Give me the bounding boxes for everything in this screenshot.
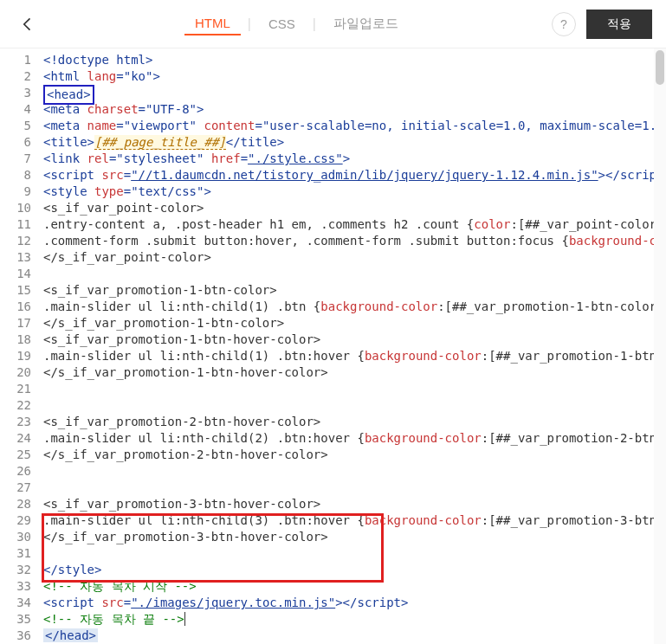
line-number: 26 — [0, 463, 31, 480]
code-line[interactable]: <s_if_var_point-color> — [42, 200, 666, 216]
code-line[interactable]: </s_if_var_promotion-1-btn-hover-color> — [42, 364, 666, 381]
token: <!-- 자동 목차 끝 --> — [43, 612, 184, 626]
code-line[interactable]: </s_if_var_point-color> — [42, 249, 666, 266]
code-line[interactable] — [42, 397, 666, 414]
token: :[##_var_promotion-3-btn-hover-c — [482, 513, 666, 527]
code-editor[interactable]: 1234567891011121314151617181920212223242… — [0, 48, 666, 644]
line-number: 36 — [0, 628, 31, 644]
token: src — [101, 596, 123, 609]
code-line[interactable]: </s_if_var_promotion-1-btn-color> — [42, 315, 666, 332]
line-number: 28 — [0, 496, 31, 512]
code-line[interactable]: <head> — [42, 85, 666, 101]
token: ></script> — [335, 596, 408, 609]
code-line[interactable]: .comment-form .submit button:hover, .com… — [42, 233, 666, 249]
line-number: 24 — [0, 430, 31, 447]
line-number: 20 — [0, 364, 31, 381]
token: "viewport" — [124, 119, 197, 132]
token: > — [152, 69, 159, 83]
code-line[interactable]: </head> — [42, 628, 666, 644]
line-number: 9 — [0, 184, 31, 200]
code-line[interactable]: <s_if_var_promotion-2-btn-hover-color> — [42, 414, 666, 430]
code-line[interactable]: <script src="//t1.daumcdn.net/tistory_ad… — [42, 167, 666, 184]
line-number: 35 — [0, 611, 31, 628]
code-line[interactable]: <title>[##_page_title_##]</title> — [42, 134, 666, 151]
code-line[interactable]: .main-slider ul li:nth-child(3) .btn:hov… — [42, 512, 666, 529]
line-number: 18 — [0, 332, 31, 348]
token: "UTF-8" — [145, 102, 197, 116]
token: "stylesheet" — [116, 151, 204, 165]
token: > — [343, 151, 350, 165]
token: lang — [87, 69, 117, 83]
line-number: 5 — [0, 118, 31, 134]
token: rel — [87, 151, 109, 165]
token: "ko" — [124, 69, 153, 83]
code-line[interactable]: </s_if_var_promotion-3-btn-hover-color> — [42, 529, 666, 545]
token: name — [87, 119, 117, 132]
token: .main-slider ul li:nth-child(1) .btn { — [43, 299, 320, 313]
code-line[interactable]: </s_if_var_promotion-2-btn-hover-color> — [42, 447, 666, 463]
token: = — [124, 168, 131, 182]
code-line[interactable]: <!-- 자동 목차 끝 --> — [42, 611, 666, 628]
token: <!doctype html> — [43, 53, 152, 67]
tab-bar: HTML | CSS | 파일업로드 — [42, 12, 552, 35]
code-line[interactable]: <style type="text/css"> — [42, 184, 666, 200]
token: .main-slider ul li:nth-child(1) .btn:hov… — [43, 349, 365, 363]
line-number: 13 — [0, 249, 31, 266]
token: .main-slider ul li:nth-child(3) .btn:hov… — [43, 513, 365, 527]
token: .entry-content a, .post-header h1 em, .c… — [43, 217, 474, 231]
token: type — [94, 184, 124, 198]
token: <s_if_var_promotion-2-btn-hover-color> — [43, 415, 320, 428]
line-number: 1 — [0, 52, 31, 68]
code-line[interactable]: <html lang="ko"> — [42, 68, 666, 85]
token: <html — [43, 69, 87, 83]
token: > — [204, 184, 210, 198]
back-button[interactable] — [14, 10, 42, 38]
tab-css[interactable]: CSS — [258, 13, 306, 35]
vertical-scrollbar[interactable] — [654, 48, 666, 644]
highlight-soft: </head> — [43, 628, 98, 642]
code-line[interactable]: <s_if_var_promotion-3-btn-hover-color> — [42, 496, 666, 512]
code-line[interactable]: <link rel="stylesheet" href="./style.css… — [42, 151, 666, 167]
apply-button[interactable]: 적용 — [586, 10, 652, 39]
line-number: 33 — [0, 578, 31, 595]
code-line[interactable]: <s_if_var_promotion-1-btn-color> — [42, 282, 666, 299]
code-line[interactable]: .main-slider ul li:nth-child(2) .btn:hov… — [42, 430, 666, 447]
token: :[##_var_promotion-1-btn-hover-c — [482, 349, 666, 363]
code-line[interactable]: .main-slider ul li:nth-child(1) .btn:hov… — [42, 348, 666, 364]
token: = — [139, 102, 145, 116]
code-line[interactable]: <meta charset="UTF-8"> — [42, 101, 666, 118]
tab-html[interactable]: HTML — [184, 12, 241, 35]
line-number: 32 — [0, 562, 31, 578]
token: [##_page_title_##] — [94, 135, 226, 150]
token: = — [124, 596, 131, 609]
code-line[interactable] — [42, 381, 666, 397]
help-button[interactable]: ? — [552, 12, 576, 36]
code-line[interactable] — [42, 266, 666, 282]
code-line[interactable]: <script src="./images/jquery.toc.min.js"… — [42, 595, 666, 611]
code-area[interactable]: <!doctype html><html lang="ko"><head><me… — [42, 48, 666, 644]
code-line[interactable]: <meta name="viewport" content="user-scal… — [42, 118, 666, 134]
code-line[interactable] — [42, 480, 666, 496]
token: background-color — [569, 234, 666, 248]
code-line[interactable]: <!doctype html> — [42, 52, 666, 68]
tab-file-upload[interactable]: 파일업로드 — [323, 12, 409, 35]
tab-separator: | — [313, 16, 316, 32]
line-number: 23 — [0, 414, 31, 430]
code-line[interactable] — [42, 545, 666, 562]
code-line[interactable]: <s_if_var_promotion-1-btn-hover-color> — [42, 332, 666, 348]
code-line[interactable]: .main-slider ul li:nth-child(1) .btn {ba… — [42, 299, 666, 315]
token: <s_if_var_promotion-3-btn-hover-color> — [43, 497, 320, 511]
token: background-color — [365, 513, 482, 527]
line-number: 12 — [0, 233, 31, 249]
code-line[interactable] — [42, 463, 666, 480]
token: content — [204, 119, 255, 132]
code-line[interactable]: <!-- 자동 목차 시작 --> — [42, 578, 666, 595]
line-number: 4 — [0, 101, 31, 118]
code-line[interactable]: </style> — [42, 562, 666, 578]
tab-separator: | — [248, 16, 251, 32]
token: <!-- 자동 목차 시작 --> — [43, 579, 197, 593]
code-line[interactable]: .entry-content a, .post-header h1 em, .c… — [42, 216, 666, 233]
line-number: 14 — [0, 266, 31, 282]
line-gutter: 1234567891011121314151617181920212223242… — [0, 48, 42, 644]
scrollbar-thumb[interactable] — [656, 50, 664, 85]
